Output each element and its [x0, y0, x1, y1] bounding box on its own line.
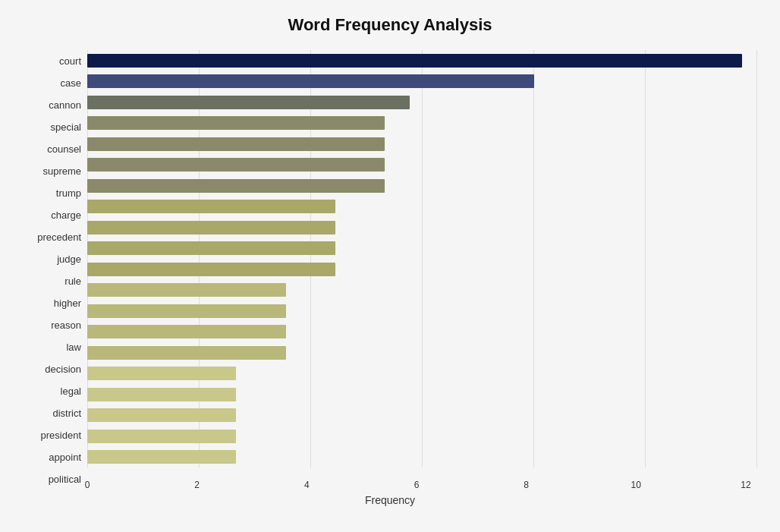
- y-label: legal: [61, 386, 81, 396]
- bar: [87, 283, 286, 297]
- y-label: decision: [45, 364, 81, 374]
- bar-row: [87, 52, 757, 69]
- chart-title: Word Frequency Analysis: [23, 15, 757, 35]
- bar-row: [87, 115, 757, 131]
- bar-row: [87, 156, 757, 173]
- bar: [87, 200, 335, 213]
- y-label: district: [52, 408, 81, 418]
- bars-and-grid: 024681012: [87, 50, 757, 490]
- bar: [87, 408, 236, 422]
- chart-container: Word Frequency Analysis courtcasecannons…: [0, 0, 780, 532]
- bar-row: [87, 303, 757, 320]
- chart-area: courtcasecannonspecialcounselsupremetrum…: [23, 50, 757, 490]
- bar: [87, 137, 385, 151]
- bar: [87, 325, 286, 338]
- y-label: charge: [51, 210, 81, 220]
- bar-row: [87, 261, 757, 278]
- bar-row: [87, 323, 757, 340]
- bar-row: [87, 365, 757, 382]
- bar-row: [87, 136, 757, 153]
- bar: [87, 116, 385, 130]
- bar-row: [87, 94, 757, 111]
- bar-row: [87, 240, 757, 257]
- bars-wrapper: [87, 50, 757, 490]
- bar: [87, 304, 286, 318]
- y-label: president: [41, 430, 81, 440]
- y-label: special: [51, 122, 81, 132]
- bar: [87, 221, 335, 235]
- bar-row: [87, 198, 757, 215]
- bar-row: [87, 178, 757, 194]
- bar: [87, 346, 286, 360]
- bar-row: [87, 449, 757, 465]
- y-label: supreme: [42, 166, 81, 176]
- y-label: rule: [64, 276, 81, 286]
- y-label: counsel: [47, 144, 81, 154]
- y-label: higher: [54, 298, 81, 308]
- bar-row: [87, 282, 757, 298]
- bar: [87, 430, 236, 443]
- bar: [87, 367, 236, 380]
- bar-row: [87, 345, 757, 361]
- x-axis-title: Frequency: [23, 494, 757, 506]
- y-label: law: [66, 342, 81, 352]
- bar: [87, 263, 335, 276]
- y-label: case: [61, 78, 81, 88]
- bar: [87, 388, 236, 401]
- y-label: appoint: [49, 452, 81, 462]
- bar: [87, 179, 385, 193]
- bar: [87, 450, 236, 464]
- bar-row: [87, 219, 757, 236]
- bar: [87, 54, 742, 68]
- bar-row: [87, 386, 757, 403]
- y-label: cannon: [49, 100, 81, 110]
- bar-row: [87, 407, 757, 423]
- y-label: trump: [56, 188, 81, 198]
- bar-row: [87, 73, 757, 90]
- y-label: judge: [57, 254, 81, 264]
- y-label: court: [59, 56, 81, 66]
- y-label: reason: [51, 320, 81, 330]
- bar: [87, 96, 410, 109]
- bar-row: [87, 428, 757, 445]
- y-label: precedent: [37, 232, 81, 242]
- bar: [87, 74, 534, 88]
- y-axis-labels: courtcasecannonspecialcounselsupremetrum…: [23, 50, 87, 490]
- bar: [87, 241, 335, 255]
- bar: [87, 158, 385, 172]
